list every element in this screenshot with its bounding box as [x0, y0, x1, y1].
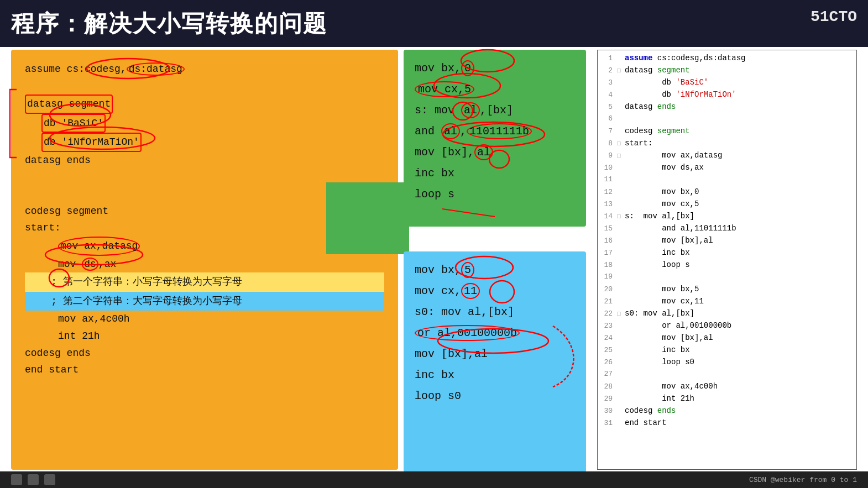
code-row-30: 30 codesg ends: [598, 406, 856, 418]
code-mov-ax-4c00h: mov ax,4c00h: [25, 311, 384, 328]
code-row-15: 15 and al,11011111b: [598, 223, 856, 235]
yellow-panel: assume cs:codesg,ds:datasg datasg segmen…: [11, 50, 398, 470]
code-end-start: end start: [25, 361, 384, 379]
code-editor-panel: 1 assume cs:codesg,ds:datasg 2 □ datasg …: [597, 50, 857, 470]
code-row-3: 3 db 'BaSiC': [598, 77, 856, 90]
code-row-11: 11: [598, 175, 856, 187]
tool-icon-2[interactable]: [28, 474, 39, 485]
bp-line2: mov cx,11: [415, 281, 575, 302]
code-mov-ds-ax: mov ds,ax: [25, 256, 384, 273]
bp-line7: loop s0: [415, 386, 575, 407]
gp-line5: mov [bx],al: [415, 142, 575, 163]
title-area: 程序：解决大小写转换的问题 51CTO: [0, 0, 868, 47]
code-codesg-ends: codesg ends: [25, 345, 384, 362]
code-row-8: 8 □ start:: [598, 138, 856, 150]
code-row-2: 2 □ datasg segment: [598, 65, 856, 77]
code-datasg-seg: datasg segment: [25, 95, 384, 114]
code-comment2: ; 第二个字符串：大写字母转换为小写字母: [25, 292, 384, 311]
main-content: 程序：解决大小写转换的问题 51CTO assume cs:codesg,ds:…: [0, 0, 868, 488]
bottom-bar: CSDN @webiker from 0 to 1: [0, 471, 868, 488]
bp-line4: or al,00100000b: [415, 323, 575, 344]
code-comment1: ; 第一个字符串：小写字母转换为大写字母: [25, 272, 384, 292]
code-row-31: 31 end start: [598, 418, 856, 430]
bp-line6: inc bx: [415, 365, 575, 386]
code-row-19: 19: [598, 272, 856, 284]
green-panel-top: mov bx,0 mov cx,5 s: mov al,[bx] and al,…: [404, 50, 586, 227]
code-row-1: 1 assume cs:codesg,ds:datasg: [598, 53, 856, 65]
code-row-25: 25 inc bx: [598, 345, 856, 357]
code-row-16: 16 mov [bx],al: [598, 235, 856, 248]
code-db-info: db 'iNfOrMaTiOn': [25, 133, 384, 152]
code-row-20: 20 mov bx,5: [598, 284, 856, 296]
gp-line3: s: mov al,[bx]: [415, 100, 575, 121]
code-row-29: 29 int 21h: [598, 393, 856, 406]
csdn-credit: CSDN @webiker from 0 to 1: [749, 476, 857, 484]
code-row-24: 24 mov [bx],al: [598, 333, 856, 345]
code-int-21h: int 21h: [25, 328, 384, 345]
code-row-10: 10 mov ds,ax: [598, 162, 856, 175]
code-row-17: 17 inc bx: [598, 248, 856, 260]
code-row-22: 22 □ s0: mov al,[bx]: [598, 308, 856, 321]
code-blank1: [25, 78, 384, 95]
code-datasg-ends: datasg ends: [25, 152, 384, 169]
code-row-4: 4 db 'iNfOrMaTiOn': [598, 90, 856, 102]
green-panel-mid: [326, 182, 409, 254]
gp-line4: and al,11011111b: [415, 121, 575, 142]
code-row-6: 6: [598, 114, 856, 126]
code-row-14: 14 □ s: mov al,[bx]: [598, 211, 856, 223]
code-db-basic: db 'BaSiC': [25, 114, 384, 133]
code-row-21: 21 mov cx,11: [598, 296, 856, 308]
code-row-27: 27: [598, 369, 856, 381]
code-row-5: 5 datasg ends: [598, 102, 856, 114]
gp-line6: inc bx: [415, 163, 575, 184]
bottom-icons: [11, 474, 55, 485]
code-panel-inner: 1 assume cs:codesg,ds:datasg 2 □ datasg …: [598, 50, 856, 469]
blue-panel: mov bx,5 mov cx,11 s0: mov al,[bx] or al…: [404, 251, 586, 473]
code-row-18: 18 loop s: [598, 260, 856, 272]
gp-line7: loop s: [415, 184, 575, 205]
tool-icon-3[interactable]: [44, 474, 55, 485]
code-row-28: 28 mov ax,4c00h: [598, 381, 856, 393]
code-row-23: 23 or al,00100000b: [598, 321, 856, 333]
tool-icon-1[interactable]: [11, 474, 22, 485]
bp-line5: mov [bx],al: [415, 344, 575, 365]
page-title: 程序：解决大小写转换的问题: [11, 8, 327, 39]
bp-line1: mov bx,5: [415, 260, 575, 281]
code-row-9: 9 □ mov ax,datasg: [598, 150, 856, 162]
logo-51cto: 51CTO: [811, 8, 857, 25]
code-row-26: 26 loop s0: [598, 357, 856, 369]
gp-line1: mov bx,0: [415, 58, 575, 79]
gp-line2: mov cx,5: [415, 79, 575, 100]
code-assume: assume cs:codesg,ds:datasg: [25, 61, 384, 78]
code-row-7: 7 codesg segment: [598, 126, 856, 138]
code-row-12: 12 mov bx,0: [598, 187, 856, 199]
bp-line3: s0: mov al,[bx]: [415, 302, 575, 323]
code-row-13: 13 mov cx,5: [598, 199, 856, 211]
